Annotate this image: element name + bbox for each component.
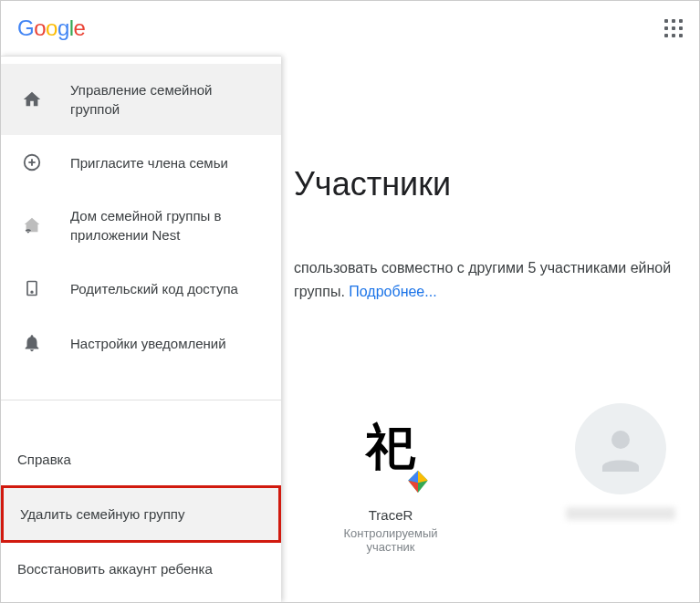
sidebar-item-label: Удалить семейную группу	[20, 504, 184, 524]
google-logo[interactable]: Google	[17, 16, 85, 41]
sidebar-item-label: Родительский код доступа	[70, 279, 238, 298]
person-icon	[593, 421, 648, 476]
member-role: Контролируемый участник	[330, 526, 451, 554]
members-list: 祀 TraceR Контролируемый участник	[294, 403, 681, 554]
svg-point-4	[31, 291, 33, 293]
sidebar: Управление семейной группой Пригласите ч…	[1, 56, 281, 602]
device-icon	[21, 277, 43, 299]
member-name-hidden	[566, 507, 675, 520]
sidebar-item-delete-family[interactable]: Удалить семейную группу	[1, 485, 281, 543]
learn-more-link[interactable]: Подробнее...	[349, 284, 436, 299]
home-icon	[21, 88, 43, 110]
sidebar-item-restore-child[interactable]: Восстановить аккаунт ребенка	[1, 543, 281, 595]
svg-point-9	[611, 431, 630, 449]
sidebar-item-label: Пригласите члена семьи	[70, 153, 228, 172]
bell-icon	[21, 332, 43, 354]
header: Google	[1, 1, 699, 56]
sidebar-item-parental-code[interactable]: Родительский код доступа	[1, 261, 281, 316]
sidebar-item-label: Настройки уведомлений	[70, 334, 226, 353]
member-card[interactable]: 祀 TraceR Контролируемый участник	[330, 403, 451, 554]
sidebar-item-notifications[interactable]: Настройки уведомлений	[1, 316, 281, 370]
page-description: спользовать совместно с другими 5 участн…	[294, 256, 681, 303]
avatar: 祀	[345, 403, 436, 494]
main-content: Участники спользовать совместно с другим…	[281, 56, 699, 602]
sidebar-item-help[interactable]: Справка	[1, 433, 281, 485]
sidebar-bottom-nav: Справка Удалить семейную группу Восстано…	[1, 433, 281, 602]
member-name: TraceR	[330, 507, 451, 523]
nest-home-icon	[21, 214, 43, 236]
sidebar-item-label: Дом семейной группы в приложении Nest	[70, 206, 265, 244]
add-circle-icon	[21, 151, 43, 173]
sidebar-item-label: Управление семейной группой	[70, 80, 265, 119]
member-card[interactable]	[560, 403, 681, 554]
apps-grid-icon[interactable]	[663, 17, 684, 39]
sidebar-item-nest[interactable]: Дом семейной группы в приложении Nest	[1, 190, 281, 261]
sidebar-nav: Управление семейной группой Пригласите ч…	[1, 57, 281, 381]
sidebar-item-invite[interactable]: Пригласите члена семьи	[1, 135, 281, 190]
sidebar-item-label: Восстановить аккаунт ребенка	[17, 559, 213, 578]
sidebar-item-manage-family[interactable]: Управление семейной группой	[1, 64, 281, 135]
sidebar-item-label: Справка	[17, 450, 71, 469]
page-title: Участники	[294, 165, 681, 203]
avatar	[575, 403, 666, 494]
family-link-badge-icon	[403, 467, 433, 496]
